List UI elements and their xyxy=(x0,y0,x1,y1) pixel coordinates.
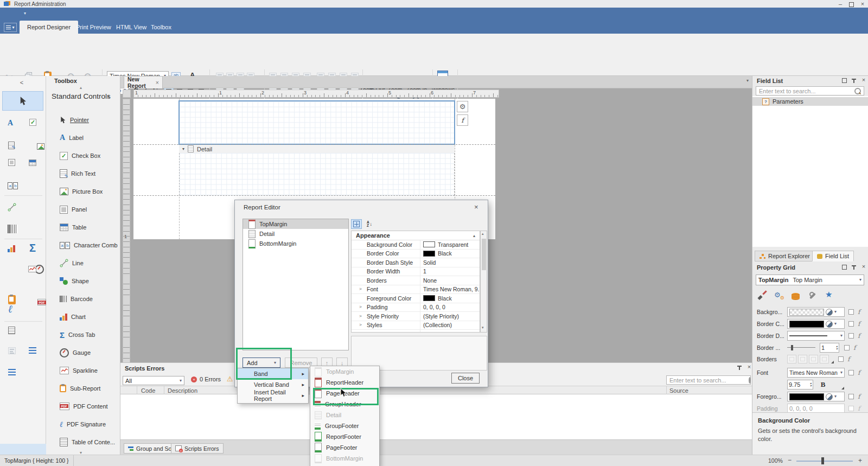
toolbox-item-gauge[interactable]: Gauge xyxy=(46,344,120,361)
dlg-prop-text-alignment[interactable]: Text Alignment Top Left xyxy=(352,330,480,333)
tab-scripts-errors[interactable]: × Scripts Errors xyxy=(171,443,224,454)
toolbox-item-table[interactable]: Table xyxy=(46,219,120,235)
detail-band-body[interactable] xyxy=(179,153,455,195)
corner-expand-icon[interactable] xyxy=(831,361,834,363)
favorites-category-button[interactable]: ★ xyxy=(825,290,832,299)
top-margin-band[interactable] xyxy=(178,100,455,145)
strip-table-tool[interactable] xyxy=(29,159,36,166)
alphabetical-sort-button[interactable]: AZ ↓ xyxy=(364,219,375,229)
strip-checkbox-tool[interactable]: ✓ xyxy=(29,119,36,126)
toolbox-item-pdfsignature[interactable]: ℓ PDF Signature xyxy=(46,416,120,432)
strip-chart-tool[interactable] xyxy=(8,245,15,252)
property-checkbox[interactable] xyxy=(848,394,854,399)
submenu-item-reportfooter[interactable]: ReportFooter xyxy=(310,431,379,442)
border-top-button[interactable] xyxy=(798,355,807,363)
scripts-panel-pin-button[interactable] xyxy=(736,364,743,371)
toolbox-item-label-ctl[interactable]: A Label xyxy=(46,130,120,146)
menu-item-band[interactable]: Band ▸ xyxy=(238,368,308,379)
expand-icon[interactable]: > xyxy=(359,322,362,327)
toolbox-item-subreport[interactable]: Sub-Report xyxy=(46,380,120,397)
toolbox-scroll-up-icon[interactable]: ▴ xyxy=(80,85,82,90)
toolbox-item-crosstab[interactable]: Σ Cross Tab xyxy=(46,327,120,343)
dlg-prop-borders[interactable]: Borders None xyxy=(352,276,480,285)
field-list-search-box[interactable] xyxy=(756,86,864,95)
dlg-prop-font[interactable]: >Font Times New Roman, 9.75pt xyxy=(352,285,480,295)
background-color-editor[interactable]: ▾ xyxy=(787,307,845,317)
band-list-item-bottommargin[interactable]: BottomMargin xyxy=(243,239,348,248)
fx-icon[interactable]: f xyxy=(858,405,860,412)
dlg-prop-foreground-color[interactable]: Foreground Color Black xyxy=(352,294,480,303)
tools-category-button[interactable] xyxy=(809,292,817,300)
spinner-arrows[interactable]: ▴▾ xyxy=(836,345,838,351)
zoom-slider-track[interactable] xyxy=(796,461,853,462)
expand-icon[interactable]: > xyxy=(359,304,362,309)
fx-icon[interactable]: f xyxy=(858,369,860,376)
zoom-in-control[interactable]: + xyxy=(858,457,862,464)
tab-toolbox[interactable]: Toolbox xyxy=(143,21,179,34)
column-source[interactable]: Source xyxy=(669,387,688,394)
corner-expand-icon[interactable] xyxy=(841,387,844,390)
property-grid-maximize-button[interactable] xyxy=(840,264,848,270)
errors-search-box[interactable] xyxy=(666,375,751,385)
strip-picturebox-tool[interactable] xyxy=(37,143,44,150)
strip-charactercomb-tool[interactable]: ab xyxy=(8,182,18,189)
scroll-down-icon[interactable]: ▾ xyxy=(482,325,484,330)
band-expression-button[interactable]: f xyxy=(457,114,468,126)
band-smart-tag-button[interactable]: ⚙ xyxy=(457,101,468,112)
zoom-out-control[interactable]: − xyxy=(788,456,792,464)
property-checkbox[interactable] xyxy=(838,356,844,362)
strip-line-tool[interactable] xyxy=(8,203,16,213)
dlg-prop-border-width[interactable]: Border Width 1 xyxy=(352,267,480,277)
border-right-button[interactable] xyxy=(820,355,829,363)
strip-pdfcontent-tool[interactable] xyxy=(37,299,46,305)
field-list-search-input[interactable] xyxy=(759,88,852,94)
fx-icon[interactable]: f xyxy=(858,332,860,340)
border-width-slider[interactable] xyxy=(787,345,815,350)
behavior-category-button[interactable]: ⚙ ⚙ xyxy=(774,291,787,299)
zoom-slider-thumb[interactable] xyxy=(821,457,824,464)
toolbox-item-charactercomb[interactable]: ab Character Comb xyxy=(46,237,120,253)
fx-icon[interactable]: f xyxy=(858,308,860,316)
expand-icon[interactable]: > xyxy=(359,314,362,318)
strip-pointer-tool[interactable] xyxy=(2,91,43,111)
field-list-item-parameters[interactable]: ? Parameters xyxy=(752,97,868,106)
horizontal-ruler[interactable] xyxy=(133,90,499,98)
dlg-prop-padding[interactable]: >Padding 0, 0, 0, 0 xyxy=(352,303,480,312)
splitter-collapse-icon[interactable]: ▾ xyxy=(746,78,749,83)
dlg-prop-style-priority[interactable]: >Style Priority (Style Priority) xyxy=(352,312,480,321)
submenu-item-topmargin[interactable]: TopMargin xyxy=(310,366,379,377)
strip-distribute-tool[interactable] xyxy=(29,347,36,354)
border-left-button[interactable] xyxy=(809,355,818,363)
band-collapse-icon[interactable]: ▾ xyxy=(182,146,184,151)
minimize-button[interactable]: – xyxy=(837,1,844,7)
toolbox-item-shape[interactable]: Shape xyxy=(46,273,120,289)
menu-item-insert-detail-report[interactable]: Insert Detail Report ▸ xyxy=(238,390,308,401)
strip-toc-tool[interactable] xyxy=(8,327,15,334)
submenu-item-groupheader[interactable]: GroupHeader xyxy=(310,399,379,410)
field-list-close-button[interactable]: × xyxy=(860,76,867,83)
property-grid-close-button[interactable]: × xyxy=(860,263,867,270)
quick-access-dropdown-icon[interactable]: ▾ xyxy=(24,11,26,16)
border-dash-editor[interactable]: ▾ xyxy=(787,331,845,341)
submenu-item-bottommargin[interactable]: BottomMargin xyxy=(310,453,379,464)
strip-crosstab-tool[interactable]: Σ xyxy=(29,242,36,254)
font-size-spinner[interactable]: 9.75 ▴▾ xyxy=(787,380,813,390)
dialog-grid-scrollbar[interactable]: ▴ ▾ xyxy=(480,231,487,333)
property-checkbox[interactable] xyxy=(848,333,854,339)
toolbox-section-header[interactable]: Standard Controls xyxy=(52,92,111,100)
close-button[interactable]: × xyxy=(859,1,866,7)
field-list-pin-button[interactable] xyxy=(850,77,858,84)
dialog-close-button[interactable]: Close xyxy=(451,373,480,384)
toolbox-item-panel[interactable]: Panel xyxy=(46,201,120,218)
expand-icon[interactable]: > xyxy=(359,286,362,291)
submenu-item-reportheader[interactable]: ReportHeader xyxy=(310,377,379,388)
fx-icon[interactable]: f xyxy=(858,393,860,400)
property-checkbox[interactable] xyxy=(848,321,854,327)
category-header-appearance[interactable]: Appearance ▴ xyxy=(352,231,480,240)
maximize-button[interactable] xyxy=(847,1,855,8)
errors-grid-body[interactable] xyxy=(120,394,752,440)
detail-band-header[interactable]: ▾ Detail xyxy=(179,145,455,153)
field-list-maximize-button[interactable] xyxy=(840,77,848,84)
toolbox-item-barcode[interactable]: Barcode xyxy=(46,291,120,307)
border-width-spinner[interactable]: 1 ▴▾ xyxy=(820,343,839,353)
